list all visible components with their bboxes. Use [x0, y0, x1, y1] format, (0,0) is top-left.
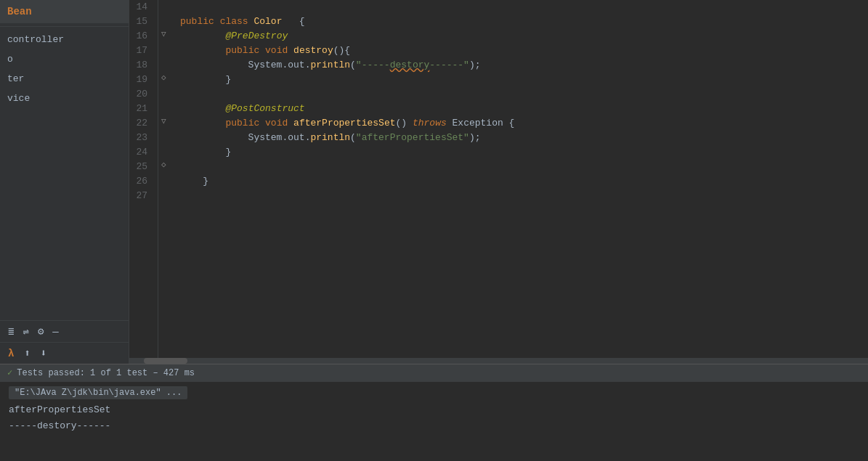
sidebar-item-controller[interactable]: controller [0, 30, 129, 49]
kw-void2: void [265, 116, 288, 131]
sidebar-separator [0, 26, 129, 27]
gutter-fold-19[interactable]: ◇ [161, 73, 166, 82]
code-container[interactable]: 14 15 16 17 18 19 20 21 22 23 24 25 26 2… [129, 0, 868, 358]
annot-predestroy: @PreDestroy [225, 29, 288, 44]
line-num-19: 19 [129, 73, 152, 87]
scrollbar-thumb[interactable] [144, 358, 187, 364]
sidebar-item-ter[interactable]: ter [0, 69, 129, 89]
code-line-14 [180, 0, 868, 15]
minus-icon[interactable]: — [50, 325, 60, 339]
line-num-23: 23 [129, 131, 152, 145]
line-num-18: 18 [129, 58, 152, 73]
pass-icon: ✓ [7, 367, 12, 378]
code-line-22: public void afterPropertiesSet () throws… [180, 116, 868, 131]
line-num-16: 16 [129, 29, 152, 44]
status-message: Tests passed: 1 of 1 test – 427 ms [17, 368, 195, 378]
editor-area: 14 15 16 17 18 19 20 21 22 23 24 25 26 2… [129, 0, 868, 364]
code-line-15: public class Color { [180, 15, 868, 29]
gutter-fold-24[interactable]: ◇ [161, 160, 166, 169]
gutter: ▽ ◇ ▽ ◇ [158, 0, 174, 358]
sidebar-item-o[interactable]: o [0, 49, 129, 69]
horizontal-scrollbar[interactable] [129, 358, 868, 364]
sidebar-toolbar: ≣ ⇌ ⚙ — [0, 320, 129, 342]
sidebar-item-vice[interactable]: vice [0, 89, 129, 108]
line-num-22: 22 [129, 116, 152, 131]
sidebar-item-bean[interactable]: Bean [0, 0, 129, 23]
fn-println2: println [310, 131, 350, 145]
console-output-2: -----destory------ [9, 418, 859, 434]
console-command: "E:\JAva Z\jdk\bin\java.exe" ... [9, 386, 187, 399]
line-num-15: 15 [129, 15, 152, 29]
main-area: Bean controller o ter vice ≣ ⇌ ⚙ — λ ⬆ ⬇… [0, 0, 868, 364]
kw-public3: public [225, 116, 259, 131]
code-line-16: @PreDestroy [180, 29, 868, 44]
code-line-23: System.out. println ( "afterPropertiesSe… [180, 131, 868, 145]
lambda-icon[interactable]: λ [6, 346, 16, 361]
line-numbers: 14 15 16 17 18 19 20 21 22 23 24 25 26 2… [129, 0, 158, 358]
console-command-line: "E:\JAva Z\jdk\bin\java.exe" ... [9, 386, 859, 402]
sidebar-actions: λ ⬆ ⬇ [0, 342, 129, 364]
status-bar: ✓ Tests passed: 1 of 1 test – 427 ms [0, 364, 868, 381]
code-lines[interactable]: public class Color { @PreDestroy public [174, 0, 868, 358]
kw-void: void [265, 44, 288, 58]
fn-afterprops: afterPropertiesSet [293, 116, 395, 131]
move-up-icon[interactable]: ⬆ [22, 346, 32, 361]
code-line-27 [180, 189, 868, 203]
split-icon[interactable]: ⇌ [20, 324, 31, 339]
fn-destroy: destroy [293, 44, 333, 58]
annot-postconstruct: @PostConstruct [225, 102, 304, 116]
str-destory: "-----destory------" [356, 58, 469, 73]
line-num-27: 27 [129, 189, 152, 203]
settings-icon[interactable]: ⚙ [36, 324, 46, 339]
code-line-18: System.out. println ( "-----destory-----… [180, 58, 868, 73]
kw-public2: public [225, 44, 259, 58]
line-num-17: 17 [129, 44, 152, 58]
kw-class: class [220, 15, 248, 29]
code-line-20 [180, 87, 868, 102]
console-area: "E:\JAva Z\jdk\bin\java.exe" ... afterPr… [0, 381, 868, 461]
gutter-fold-17[interactable]: ▽ [161, 29, 166, 38]
code-line-17: public void destroy (){ [180, 44, 868, 58]
sidebar: Bean controller o ter vice ≣ ⇌ ⚙ — λ ⬆ ⬇ [0, 0, 129, 364]
fn-println1: println [310, 58, 350, 73]
code-line-25 [180, 160, 868, 174]
align-icon[interactable]: ≣ [6, 324, 16, 339]
cls-color: Color [248, 15, 283, 29]
console-output-1: afterPropertiesSet [9, 402, 859, 418]
code-line-24: } [180, 145, 868, 160]
gutter-fold-22[interactable]: ▽ [161, 116, 166, 126]
line-num-26: 26 [129, 174, 152, 189]
kw-throws: throws [413, 116, 447, 131]
line-num-24: 24 [129, 145, 152, 160]
line-num-20: 20 [129, 87, 152, 102]
line-num-14: 14 [129, 0, 152, 15]
kw-public: public [180, 15, 214, 29]
code-line-19: } [180, 73, 868, 87]
line-num-21: 21 [129, 102, 152, 116]
code-line-26: } [180, 174, 868, 189]
line-num-25: 25 [129, 160, 152, 174]
code-line-21: @PostConstruct [180, 102, 868, 116]
str-afterprops: "afterPropertiesSet" [356, 131, 469, 145]
move-down-icon[interactable]: ⬇ [38, 346, 49, 361]
